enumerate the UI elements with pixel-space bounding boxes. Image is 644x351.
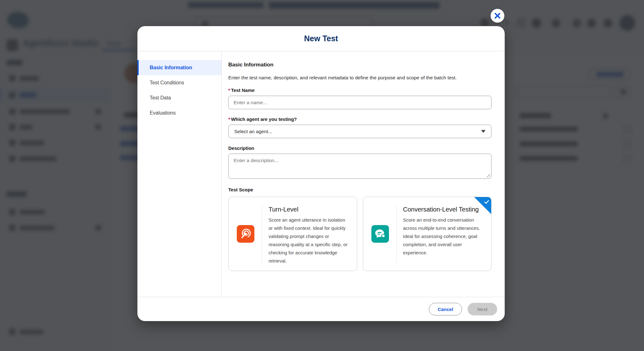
modal-step-nav: Basic Information Test Conditions Test D… [137, 51, 222, 297]
nav-item-label: Test Conditions [150, 80, 184, 86]
modal-header: New Test [137, 26, 505, 51]
card-text: Conversation-Level Testing Score an end-… [403, 197, 487, 271]
chevron-down-icon [481, 130, 486, 133]
agent-select[interactable]: Select an agent... [228, 125, 491, 138]
modal-content: Basic Information Enter the test name, d… [222, 51, 505, 297]
modal-close-button[interactable] [491, 9, 504, 23]
required-asterisk: * [228, 116, 230, 122]
turn-level-target-arrow-icon [237, 225, 254, 243]
required-asterisk: * [228, 88, 230, 93]
nav-item-label: Test Data [150, 95, 171, 101]
active-indicator-bar [137, 60, 139, 75]
nav-item-evaluations[interactable]: Evaluations [137, 105, 221, 121]
card-text: Turn-Level Score an agent utterance in i… [269, 197, 353, 271]
nav-item-basic-information[interactable]: Basic Information [137, 60, 221, 75]
test-name-label: *Test Name [228, 87, 491, 93]
modal-body: Basic Information Test Conditions Test D… [137, 51, 505, 297]
check-icon [483, 199, 490, 205]
description-field-wrap [228, 154, 491, 179]
agent-select-label: *Which agent are you testing? [228, 116, 491, 122]
card-divider [262, 205, 262, 263]
nav-item-test-data[interactable]: Test Data [137, 90, 221, 105]
card-description: Score an end-to-end conversation across … [403, 216, 482, 257]
card-description: Score an agent utterance in isolation or… [269, 216, 348, 265]
conversation-chat-bubbles-icon [371, 225, 389, 243]
modal-title: New Test [304, 34, 338, 43]
screen: Agentforce Studio Tests [0, 0, 644, 351]
nav-item-test-conditions[interactable]: Test Conditions [137, 75, 221, 90]
nav-item-label: Basic Information [150, 65, 192, 71]
description-textarea[interactable] [228, 154, 491, 179]
card-title: Turn-Level [269, 205, 348, 213]
card-title: Conversation-Level Testing [403, 205, 482, 213]
nav-item-label: Evaluations [150, 110, 176, 116]
close-icon [494, 12, 501, 19]
test-name-input[interactable] [228, 96, 491, 109]
cancel-button[interactable]: Cancel [429, 303, 462, 315]
resize-handle[interactable] [486, 174, 490, 177]
modal-footer: Cancel Next [137, 297, 505, 321]
agent-select-value: Select an agent... [234, 129, 481, 134]
section-description: Enter the test name, description, and re… [228, 73, 489, 82]
test-scope-label: Test Scope [228, 187, 491, 192]
card-divider [397, 205, 397, 263]
description-label: Description [228, 145, 491, 151]
new-test-modal: New Test Basic Information Test Conditio… [137, 26, 505, 321]
section-heading: Basic Information [228, 61, 491, 68]
scope-card-turn-level[interactable]: Turn-Level Score an agent utterance in i… [228, 197, 357, 271]
scope-card-conversation-level[interactable]: Conversation-Level Testing Score an end-… [363, 197, 492, 271]
next-button[interactable]: Next [468, 303, 497, 315]
test-scope-options: Turn-Level Score an agent utterance in i… [228, 197, 491, 271]
